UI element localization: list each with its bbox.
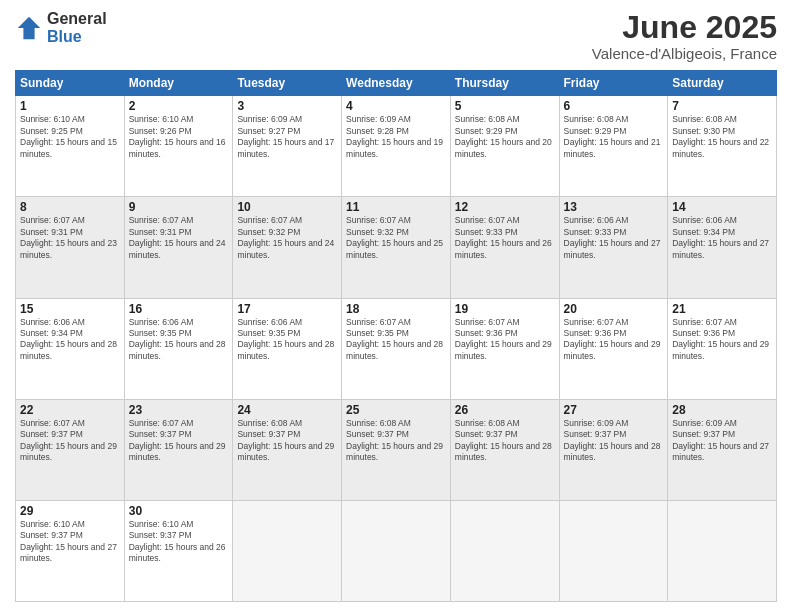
table-row: 9 Sunrise: 6:07 AM Sunset: 9:31 PM Dayli… — [124, 197, 233, 298]
table-row: 12 Sunrise: 6:07 AM Sunset: 9:33 PM Dayl… — [450, 197, 559, 298]
empty-cell — [450, 500, 559, 601]
table-row: 21 Sunrise: 6:07 AM Sunset: 9:36 PM Dayl… — [668, 298, 777, 399]
table-row: 8 Sunrise: 6:07 AM Sunset: 9:31 PM Dayli… — [16, 197, 125, 298]
empty-cell — [559, 500, 668, 601]
table-row: 19 Sunrise: 6:07 AM Sunset: 9:36 PM Dayl… — [450, 298, 559, 399]
svg-marker-0 — [18, 16, 40, 38]
logo-blue: Blue — [47, 28, 107, 46]
table-row: 28 Sunrise: 6:09 AM Sunset: 9:37 PM Dayl… — [668, 399, 777, 500]
logo-general: General — [47, 10, 107, 28]
table-row: 25 Sunrise: 6:08 AM Sunset: 9:37 PM Dayl… — [342, 399, 451, 500]
col-tuesday: Tuesday — [233, 71, 342, 96]
table-row: 6 Sunrise: 6:08 AM Sunset: 9:29 PM Dayli… — [559, 96, 668, 197]
header-row: Sunday Monday Tuesday Wednesday Thursday… — [16, 71, 777, 96]
table-row: 30 Sunrise: 6:10 AM Sunset: 9:37 PM Dayl… — [124, 500, 233, 601]
table-row: 23 Sunrise: 6:07 AM Sunset: 9:37 PM Dayl… — [124, 399, 233, 500]
calendar-row: 8 Sunrise: 6:07 AM Sunset: 9:31 PM Dayli… — [16, 197, 777, 298]
empty-cell — [668, 500, 777, 601]
calendar-row: 15 Sunrise: 6:06 AM Sunset: 9:34 PM Dayl… — [16, 298, 777, 399]
table-row: 26 Sunrise: 6:08 AM Sunset: 9:37 PM Dayl… — [450, 399, 559, 500]
calendar-title: June 2025 — [592, 10, 777, 45]
table-row: 27 Sunrise: 6:09 AM Sunset: 9:37 PM Dayl… — [559, 399, 668, 500]
calendar-subtitle: Valence-d'Albigeois, France — [592, 45, 777, 62]
calendar-row: 29 Sunrise: 6:10 AM Sunset: 9:37 PM Dayl… — [16, 500, 777, 601]
table-row: 4 Sunrise: 6:09 AM Sunset: 9:28 PM Dayli… — [342, 96, 451, 197]
calendar-table: Sunday Monday Tuesday Wednesday Thursday… — [15, 70, 777, 602]
table-row: 5 Sunrise: 6:08 AM Sunset: 9:29 PM Dayli… — [450, 96, 559, 197]
table-row: 1 Sunrise: 6:10 AM Sunset: 9:25 PM Dayli… — [16, 96, 125, 197]
table-row: 11 Sunrise: 6:07 AM Sunset: 9:32 PM Dayl… — [342, 197, 451, 298]
calendar-row: 1 Sunrise: 6:10 AM Sunset: 9:25 PM Dayli… — [16, 96, 777, 197]
empty-cell — [233, 500, 342, 601]
calendar-row: 22 Sunrise: 6:07 AM Sunset: 9:37 PM Dayl… — [16, 399, 777, 500]
table-row: 17 Sunrise: 6:06 AM Sunset: 9:35 PM Dayl… — [233, 298, 342, 399]
col-saturday: Saturday — [668, 71, 777, 96]
empty-cell — [342, 500, 451, 601]
table-row: 16 Sunrise: 6:06 AM Sunset: 9:35 PM Dayl… — [124, 298, 233, 399]
logo: General Blue — [15, 10, 107, 45]
title-section: June 2025 Valence-d'Albigeois, France — [592, 10, 777, 62]
table-row: 24 Sunrise: 6:08 AM Sunset: 9:37 PM Dayl… — [233, 399, 342, 500]
col-friday: Friday — [559, 71, 668, 96]
top-section: General Blue June 2025 Valence-d'Albigeo… — [15, 10, 777, 62]
logo-text: General Blue — [47, 10, 107, 45]
table-row: 2 Sunrise: 6:10 AM Sunset: 9:26 PM Dayli… — [124, 96, 233, 197]
table-row: 3 Sunrise: 6:09 AM Sunset: 9:27 PM Dayli… — [233, 96, 342, 197]
table-row: 29 Sunrise: 6:10 AM Sunset: 9:37 PM Dayl… — [16, 500, 125, 601]
logo-icon — [15, 14, 43, 42]
page: General Blue June 2025 Valence-d'Albigeo… — [0, 0, 792, 612]
table-row: 22 Sunrise: 6:07 AM Sunset: 9:37 PM Dayl… — [16, 399, 125, 500]
col-sunday: Sunday — [16, 71, 125, 96]
table-row: 7 Sunrise: 6:08 AM Sunset: 9:30 PM Dayli… — [668, 96, 777, 197]
table-row: 10 Sunrise: 6:07 AM Sunset: 9:32 PM Dayl… — [233, 197, 342, 298]
table-row: 18 Sunrise: 6:07 AM Sunset: 9:35 PM Dayl… — [342, 298, 451, 399]
table-row: 13 Sunrise: 6:06 AM Sunset: 9:33 PM Dayl… — [559, 197, 668, 298]
col-wednesday: Wednesday — [342, 71, 451, 96]
table-row: 15 Sunrise: 6:06 AM Sunset: 9:34 PM Dayl… — [16, 298, 125, 399]
col-thursday: Thursday — [450, 71, 559, 96]
table-row: 20 Sunrise: 6:07 AM Sunset: 9:36 PM Dayl… — [559, 298, 668, 399]
col-monday: Monday — [124, 71, 233, 96]
table-row: 14 Sunrise: 6:06 AM Sunset: 9:34 PM Dayl… — [668, 197, 777, 298]
